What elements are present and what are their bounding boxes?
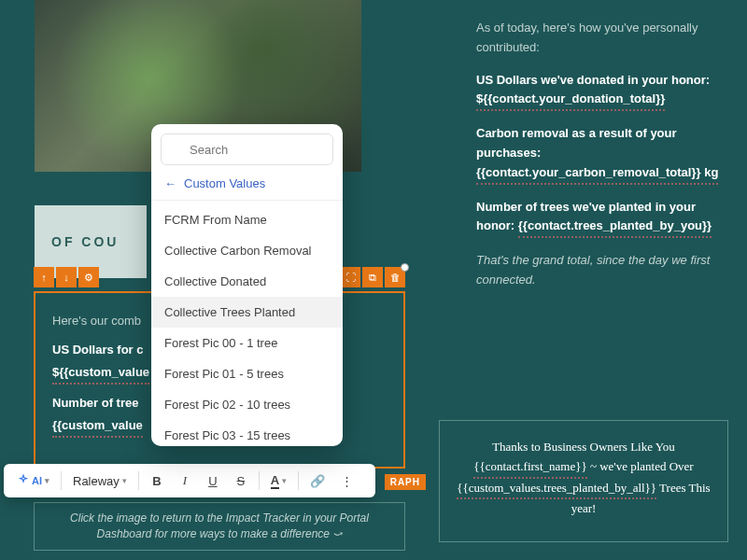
dollars-value: ${{contact.your_donation_total}} xyxy=(476,90,665,111)
font-label: Raleway xyxy=(73,474,120,488)
chevron-down-icon: ▾ xyxy=(122,476,127,485)
text-format-toolbar: AI ▾ Raleway ▾ B I U S A ▾ 🔗 ⋮ xyxy=(4,464,375,497)
arrow-left-icon: ← xyxy=(164,176,176,190)
sparkle-icon xyxy=(17,474,30,487)
dropdown-list[interactable]: FCRM From NameCollective Carbon RemovalC… xyxy=(151,201,343,446)
chevron-down-icon: ▾ xyxy=(282,476,287,485)
expand-icon: ⛶ xyxy=(345,272,356,283)
graph-tab[interactable]: RAPH xyxy=(385,474,426,490)
ai-button[interactable]: AI ▾ xyxy=(11,469,55,493)
thanks-box: Thanks to Business Owners Like You {{con… xyxy=(439,420,728,542)
chevron-down-icon: ▾ xyxy=(45,476,49,485)
thanks-line: Thanks to Business Owners Like You xyxy=(457,438,711,457)
more-button[interactable]: ⋮ xyxy=(334,469,359,493)
gear-icon: ⚙ xyxy=(84,272,93,284)
caption-box: Click the image to return to the Impact … xyxy=(34,502,405,551)
editor-line: {{custom_value xyxy=(52,414,143,438)
back-label: Custom Values xyxy=(184,176,265,190)
text-color-button[interactable]: A ▾ xyxy=(265,469,292,493)
move-down-button[interactable]: ↓ xyxy=(56,267,77,287)
ai-label: AI xyxy=(32,475,42,486)
dollars-label: US Dollars we've donated in your honor: xyxy=(476,73,710,87)
expand-button[interactable]: ⛶ xyxy=(340,267,360,287)
search-input[interactable] xyxy=(161,133,333,165)
more-icon: ⋮ xyxy=(341,474,353,488)
dropdown-item[interactable]: Collective Trees Planted xyxy=(151,297,343,328)
grand-total-text: That's the grand total, since the day we… xyxy=(476,251,728,290)
dropdown-item[interactable]: Collective Carbon Removal xyxy=(151,235,343,266)
move-up-button[interactable]: ↑ xyxy=(34,267,54,287)
trees-value: {{contact.trees_planted_by_you}} xyxy=(518,217,712,238)
trash-icon: 🗑 xyxy=(390,272,401,283)
intro-text: As of today, here's how you've personall… xyxy=(476,19,728,58)
caption-text: Click the image to return to the Impact … xyxy=(70,511,369,540)
link-button[interactable]: 🔗 xyxy=(304,469,331,493)
thanks-merge-trees-total: {{custom_values.trees_planted_by_all}} xyxy=(457,479,656,500)
underline-button[interactable]: U xyxy=(201,469,225,493)
section-header-text: OF COU xyxy=(51,234,119,249)
dropdown-item[interactable]: Collective Donated xyxy=(151,266,343,297)
font-selector[interactable]: Raleway ▾ xyxy=(67,469,133,493)
copy-icon: ⧉ xyxy=(369,272,376,284)
settings-button[interactable]: ⚙ xyxy=(78,267,99,287)
italic-button[interactable]: I xyxy=(173,469,197,493)
editor-line: ${{custom_value xyxy=(52,361,149,385)
dropdown-item[interactable]: Forest Pic 01 - 5 trees xyxy=(151,358,343,389)
notification-dot xyxy=(401,263,409,272)
dropdown-item[interactable]: FCRM From Name xyxy=(151,204,343,235)
thanks-merge-first-name: {{contact.first_name}} xyxy=(473,457,586,479)
strikethrough-button[interactable]: S xyxy=(229,469,253,493)
link-icon: 🔗 xyxy=(310,474,325,488)
text-color-icon: A xyxy=(271,473,279,489)
dropdown-item[interactable]: Forest Pic 03 - 15 trees xyxy=(151,420,343,446)
dropdown-item[interactable]: Forest Pic 00 - 1 tree xyxy=(151,328,343,358)
carbon-label: Carbon removal as a result of your purch… xyxy=(476,126,677,160)
dropdown-item[interactable]: Forest Pic 02 - 10 trees xyxy=(151,389,343,420)
back-button[interactable]: ← Custom Values xyxy=(151,171,343,201)
carbon-value: {{contact.your_carbon_removal_total}} kg xyxy=(476,163,718,185)
duplicate-button[interactable]: ⧉ xyxy=(362,267,383,287)
custom-values-dropdown: ← Custom Values FCRM From NameCollective… xyxy=(151,124,343,446)
bold-button[interactable]: B xyxy=(145,469,169,493)
